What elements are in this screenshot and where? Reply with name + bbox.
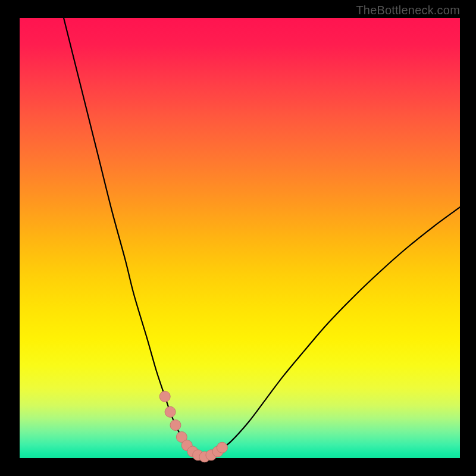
marker-group xyxy=(159,391,227,462)
data-marker xyxy=(159,391,170,402)
data-marker xyxy=(217,442,227,453)
data-marker xyxy=(170,420,181,431)
data-marker xyxy=(165,406,176,417)
chart-frame: TheBottleneck.com xyxy=(0,0,476,476)
chart-svg xyxy=(0,0,476,476)
bottleneck-curve xyxy=(64,18,460,457)
watermark-text: TheBottleneck.com xyxy=(356,4,460,17)
